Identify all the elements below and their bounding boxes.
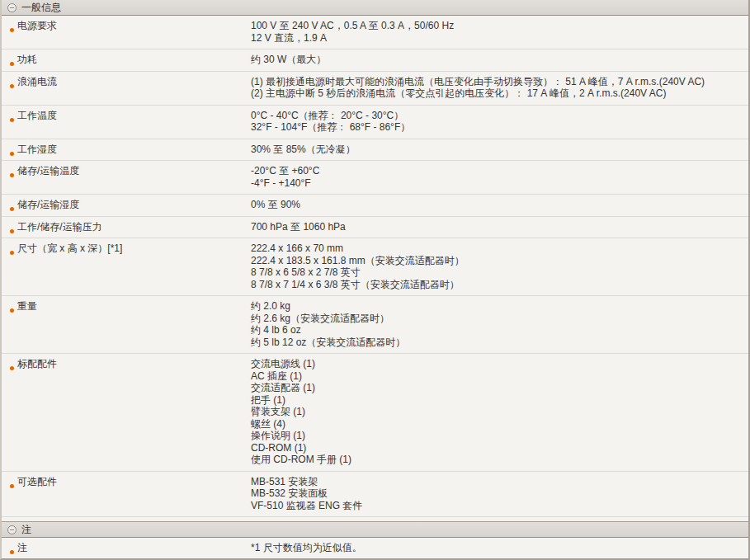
bullet-icon: [10, 366, 14, 370]
spec-value-line: 交流适配器 (1): [251, 382, 748, 394]
section-title: 一般信息: [21, 0, 61, 15]
spec-value-line: 交流电源线 (1): [251, 358, 748, 370]
spec-row: 工作温度 0°C - 40°C（推荐： 20°C - 30°C）32°F - 1…: [2, 106, 748, 139]
spec-value-line: 约 5 lb 12 oz（安装交流适配器时）: [251, 336, 748, 349]
spec-value-line: MB-531 安装架: [251, 476, 748, 488]
spec-label: 储存/运输温度: [17, 165, 251, 177]
spec-label-cell: 重量: [2, 300, 251, 348]
bullet-icon: [10, 84, 14, 88]
spec-row: 工作湿度 30% 至 85%（无冷凝）: [2, 139, 748, 162]
spec-value-cell: (1) 最初接通电源时最大可能的浪涌电流（电压变化由手动切换导致）： 51 A …: [251, 76, 748, 100]
spec-value-line: 螺丝 (4): [251, 418, 748, 431]
spec-label-cell: 工作温度: [2, 110, 251, 134]
spec-value-line: (2) 主电源中断 5 秒后的浪涌电流（零交点引起的电压变化）： 17 A 峰值…: [251, 87, 748, 100]
spec-value-line: 约 2.0 kg: [251, 300, 748, 313]
bullet-icon: [10, 207, 14, 211]
bullet-icon: [10, 229, 14, 233]
bullet-icon: [10, 173, 14, 177]
spec-label: 重量: [17, 300, 251, 313]
spec-value-line: 700 hPa 至 1060 hPa: [251, 221, 748, 233]
spec-label-cell: 电源要求: [2, 20, 251, 44]
spec-label: 电源要求: [17, 20, 251, 32]
spec-value-line: 222.4 x 166 x 70 mm: [251, 242, 748, 255]
spec-label-cell: 工作湿度: [2, 144, 251, 156]
spec-value-line: 222.4 x 183.5 x 161.8 mm（安装交流适配器时）: [251, 255, 748, 267]
section-notes: 注 注 *1 尺寸数值均为近似值。: [2, 521, 748, 559]
spec-label: 储存/运输湿度: [17, 199, 251, 211]
spec-value-line: 使用 CD-ROM 手册 (1): [251, 454, 748, 466]
spec-value-line: 约 30 W（最大）: [251, 54, 748, 66]
spec-label: 工作/储存/运输压力: [17, 221, 251, 233]
bullet-icon: [10, 484, 14, 488]
spec-value-cell: 30% 至 85%（无冷凝）: [251, 144, 748, 156]
spec-value-line: CD-ROM (1): [251, 442, 748, 454]
spec-label-cell: 储存/运输湿度: [2, 199, 251, 211]
spec-value-cell: 约 2.0 kg约 2.6 kg（安装交流适配器时）约 4 lb 6 oz约 5…: [251, 300, 748, 348]
bullet-icon: [10, 62, 14, 66]
spec-label: 可选配件: [17, 476, 251, 488]
spec-row: 标配配件 交流电源线 (1)AC 插座 (1)交流适配器 (1)把手 (1)臂装…: [2, 354, 748, 472]
collapse-minus-icon[interactable]: [7, 525, 17, 534]
spec-value-line: 0°C - 40°C（推荐： 20°C - 30°C）: [251, 110, 748, 122]
spec-value-line: VF-510 监视器 ENG 套件: [251, 500, 748, 512]
spec-value-line: 30% 至 85%（无冷凝）: [251, 144, 748, 156]
spec-value-cell: 700 hPa 至 1060 hPa: [251, 221, 748, 233]
spec-value-line: 把手 (1): [251, 394, 748, 407]
spec-label-cell: 标配配件: [2, 358, 251, 466]
spec-value-cell: -20°C 至 +60°C-4°F - +140°F: [251, 165, 748, 189]
section-header-notes[interactable]: 注: [2, 521, 748, 538]
spec-label: 标配配件: [17, 358, 251, 370]
spec-label-cell: 工作/储存/运输压力: [2, 221, 251, 233]
section-title: 注: [21, 522, 31, 537]
spec-value-line: 操作说明 (1): [251, 430, 748, 442]
section-general-info: 一般信息 电源要求 100 V 至 240 V AC，0.5 A 至 0.3 A…: [2, 0, 748, 517]
spec-rows-general-info: 电源要求 100 V 至 240 V AC，0.5 A 至 0.3 A，50/6…: [2, 16, 748, 517]
spec-row: 电源要求 100 V 至 240 V AC，0.5 A 至 0.3 A，50/6…: [2, 16, 748, 49]
spec-value-line: 约 2.6 kg（安装交流适配器时）: [251, 313, 748, 325]
bullet-icon: [10, 28, 14, 32]
spec-value-cell: *1 尺寸数值均为近似值。: [251, 542, 748, 554]
spec-value-line: AC 插座 (1): [251, 370, 748, 383]
spec-value-cell: 0°C - 40°C（推荐： 20°C - 30°C）32°F - 104°F（…: [251, 110, 748, 134]
spec-value-line: 100 V 至 240 V AC，0.5 A 至 0.3 A，50/60 Hz: [251, 20, 748, 32]
spec-label: 注: [17, 542, 251, 554]
bullet-icon: [10, 308, 14, 313]
spec-value-line: 0% 至 90%: [251, 199, 748, 211]
spec-value-line: 臂装支架 (1): [251, 406, 748, 418]
spec-value-line: -4°F - +140°F: [251, 177, 748, 190]
spec-label-cell: 浪涌电流: [2, 76, 251, 100]
spec-row: 尺寸（宽 x 高 x 深）[*1] 222.4 x 166 x 70 mm222…: [2, 238, 748, 296]
spec-value-cell: 交流电源线 (1)AC 插座 (1)交流适配器 (1)把手 (1)臂装支架 (1…: [251, 358, 748, 466]
spec-value-cell: 约 30 W（最大）: [251, 54, 748, 66]
spec-value-line: (1) 最初接通电源时最大可能的浪涌电流（电压变化由手动切换导致）： 51 A …: [251, 76, 748, 88]
bullet-icon: [10, 251, 14, 255]
bullet-icon: [10, 152, 14, 156]
spec-rows-notes: 注 *1 尺寸数值均为近似值。: [2, 538, 748, 559]
spec-label-cell: 储存/运输温度: [2, 165, 251, 189]
spec-value-line: *1 尺寸数值均为近似值。: [251, 542, 748, 554]
spec-label-cell: 可选配件: [2, 476, 251, 512]
spec-value-line: 12 V 直流，1.9 A: [251, 32, 748, 45]
spec-value-line: MB-532 安装面板: [251, 487, 748, 500]
spec-row: 工作/储存/运输压力 700 hPa 至 1060 hPa: [2, 217, 748, 239]
spec-label-cell: 功耗: [2, 54, 251, 66]
spec-value-line: 约 4 lb 6 oz: [251, 324, 748, 336]
section-header-general-info[interactable]: 一般信息: [2, 0, 748, 16]
spec-label: 尺寸（宽 x 高 x 深）[*1]: [17, 242, 251, 255]
spec-value-line: -20°C 至 +60°C: [251, 165, 748, 177]
spec-row: 浪涌电流 (1) 最初接通电源时最大可能的浪涌电流（电压变化由手动切换导致）： …: [2, 72, 748, 106]
spec-label-cell: 尺寸（宽 x 高 x 深）[*1]: [2, 242, 251, 290]
collapse-minus-icon[interactable]: [7, 3, 17, 12]
spec-label-cell: 注: [2, 542, 251, 554]
bullet-icon: [10, 118, 14, 122]
spec-row: 重量 约 2.0 kg约 2.6 kg（安装交流适配器时）约 4 lb 6 oz…: [2, 296, 748, 354]
spec-label: 工作温度: [17, 110, 251, 122]
spec-value-line: 32°F - 104°F（推荐： 68°F - 86°F）: [251, 121, 748, 134]
bullet-icon: [10, 550, 14, 554]
spec-value-line: 8 7/8 x 6 5/8 x 2 7/8 英寸: [251, 266, 748, 279]
spec-label: 浪涌电流: [17, 76, 251, 88]
spec-value-cell: MB-531 安装架MB-532 安装面板VF-510 监视器 ENG 套件: [251, 476, 748, 512]
spec-value-line: 8 7/8 x 7 1/4 x 6 3/8 英寸（安装交流适配器时）: [251, 279, 748, 291]
spec-value-cell: 0% 至 90%: [251, 199, 748, 211]
spec-value-cell: 100 V 至 240 V AC，0.5 A 至 0.3 A，50/60 Hz1…: [251, 20, 748, 44]
